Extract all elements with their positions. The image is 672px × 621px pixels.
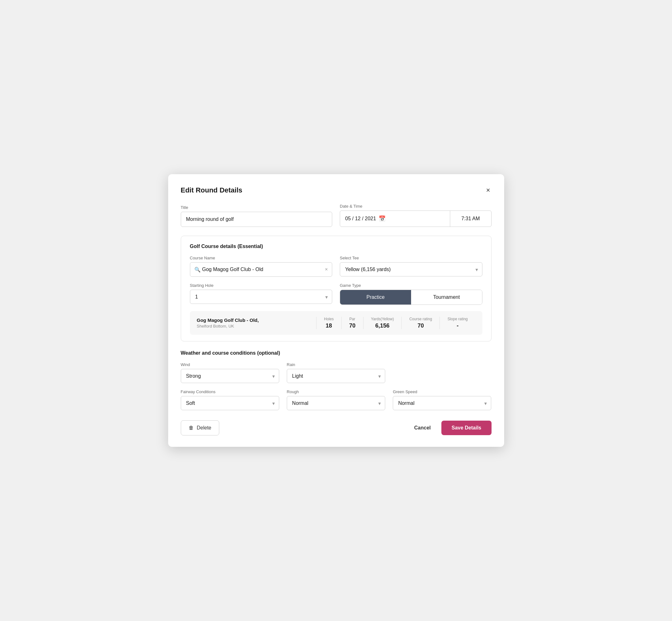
green-speed-select[interactable]: Normal: [393, 396, 491, 410]
yards-value: 6,156: [375, 323, 390, 329]
fairway-select-wrap: Soft ▾: [181, 396, 279, 410]
starting-hole-label: Starting Hole: [190, 283, 333, 288]
par-value: 70: [349, 323, 355, 329]
select-tee-input[interactable]: Yellow (6,156 yards): [340, 262, 482, 277]
top-row: Title Date & Time 05 / 12 / 2021 📅 7:31 …: [181, 204, 492, 227]
footer-right: Cancel Save Details: [411, 421, 492, 435]
fairway-group: Fairway Conditions Soft ▾: [181, 389, 279, 410]
course-rating-stat: Course rating 70: [401, 317, 439, 329]
title-field-group: Title: [181, 205, 333, 227]
game-type-toggle: Practice Tournament: [340, 290, 482, 305]
course-par-stat: Par 70: [341, 317, 363, 329]
trash-icon: 🗑: [189, 425, 194, 431]
cancel-button[interactable]: Cancel: [411, 421, 434, 435]
rating-label: Course rating: [409, 317, 432, 321]
course-holes-stat: Holes 18: [316, 317, 341, 329]
course-name-group: Course Name 🔍 ×: [190, 256, 333, 277]
wind-group: Wind Strong ▾: [181, 362, 279, 383]
rain-group: Rain Light ▾: [287, 362, 385, 383]
tournament-toggle-btn[interactable]: Tournament: [411, 290, 482, 304]
golf-section-title: Golf Course details (Essential): [190, 244, 482, 249]
rain-label: Rain: [287, 362, 385, 367]
game-type-group: Game Type Practice Tournament: [340, 283, 482, 305]
modal-footer: 🗑 Delete Cancel Save Details: [181, 419, 492, 436]
course-info-row: Gog Magog Golf Club - Old, Shelford Bott…: [190, 311, 482, 335]
date-field-group: Date & Time 05 / 12 / 2021 📅 7:31 AM: [340, 204, 492, 227]
game-type-label: Game Type: [340, 283, 482, 288]
course-info-name: Gog Magog Golf Club - Old, Shelford Bott…: [197, 318, 316, 329]
starting-hole-wrap: 1 ▾: [190, 290, 333, 304]
wind-select-wrap: Strong ▾: [181, 369, 279, 383]
modal-title: Edit Round Details: [181, 186, 243, 194]
course-tee-row: Course Name 🔍 × Select Tee Yellow (6,156…: [190, 256, 482, 277]
select-tee-wrap: Yellow (6,156 yards) ▾: [340, 262, 482, 277]
clear-icon[interactable]: ×: [325, 266, 328, 272]
title-label: Title: [181, 205, 333, 210]
time-part[interactable]: 7:31 AM: [450, 211, 491, 226]
course-main-name: Gog Magog Golf Club - Old,: [197, 318, 316, 323]
fairway-rough-green-row: Fairway Conditions Soft ▾ Rough Normal ▾: [181, 389, 492, 410]
close-button[interactable]: ×: [485, 185, 492, 195]
title-input[interactable]: [181, 212, 333, 227]
slope-rating-stat: Slope rating -: [439, 317, 475, 329]
rough-label: Rough: [287, 389, 385, 394]
select-tee-label: Select Tee: [340, 256, 482, 260]
delete-label: Delete: [197, 425, 211, 431]
course-name-input-wrap: 🔍 ×: [190, 262, 333, 277]
starting-hole-select[interactable]: 1: [190, 290, 333, 304]
fairway-select[interactable]: Soft: [181, 396, 279, 410]
course-location: Shelford Bottom, UK: [197, 324, 316, 329]
course-yards-stat: Yards(Yellow) 6,156: [363, 317, 402, 329]
weather-section: Weather and course conditions (optional)…: [181, 350, 492, 410]
date-value: 05 / 12 / 2021: [345, 216, 376, 221]
holes-label: Holes: [324, 317, 334, 321]
edit-round-modal: Edit Round Details × Title Date & Time 0…: [168, 174, 504, 447]
green-speed-group: Green Speed Normal ▾: [393, 389, 491, 410]
date-part[interactable]: 05 / 12 / 2021 📅: [340, 211, 450, 226]
save-details-button[interactable]: Save Details: [442, 421, 491, 435]
slope-value: -: [457, 323, 458, 329]
delete-button[interactable]: 🗑 Delete: [181, 420, 219, 436]
date-label: Date & Time: [340, 204, 492, 209]
course-name-input[interactable]: [190, 262, 333, 277]
rough-group: Rough Normal ▾: [287, 389, 385, 410]
calendar-icon: 📅: [379, 215, 385, 222]
slope-label: Slope rating: [447, 317, 468, 321]
green-speed-label: Green Speed: [393, 389, 491, 394]
starting-hole-group: Starting Hole 1 ▾: [190, 283, 333, 305]
wind-rain-row: Wind Strong ▾ Rain Light ▾: [181, 362, 492, 383]
hole-gametype-row: Starting Hole 1 ▾ Game Type Practice Tou…: [190, 283, 482, 305]
green-speed-select-wrap: Normal ▾: [393, 396, 491, 410]
rain-select-wrap: Light ▾: [287, 369, 385, 383]
time-value: 7:31 AM: [461, 216, 480, 221]
rough-select[interactable]: Normal: [287, 396, 385, 410]
rough-select-wrap: Normal ▾: [287, 396, 385, 410]
search-icon: 🔍: [194, 266, 201, 273]
rating-value: 70: [417, 323, 424, 329]
wind-label: Wind: [181, 362, 279, 367]
date-time-row: 05 / 12 / 2021 📅 7:31 AM: [340, 210, 492, 227]
rain-select[interactable]: Light: [287, 369, 385, 383]
weather-title: Weather and course conditions (optional): [181, 350, 492, 356]
wind-select[interactable]: Strong: [181, 369, 279, 383]
yards-label: Yards(Yellow): [371, 317, 394, 321]
fairway-label: Fairway Conditions: [181, 389, 279, 394]
par-label: Par: [349, 317, 355, 321]
holes-value: 18: [326, 323, 332, 329]
select-tee-group: Select Tee Yellow (6,156 yards) ▾: [340, 256, 482, 277]
modal-header: Edit Round Details ×: [181, 185, 492, 195]
course-name-label: Course Name: [190, 256, 333, 260]
golf-course-section: Golf Course details (Essential) Course N…: [181, 236, 492, 341]
practice-toggle-btn[interactable]: Practice: [340, 290, 411, 304]
